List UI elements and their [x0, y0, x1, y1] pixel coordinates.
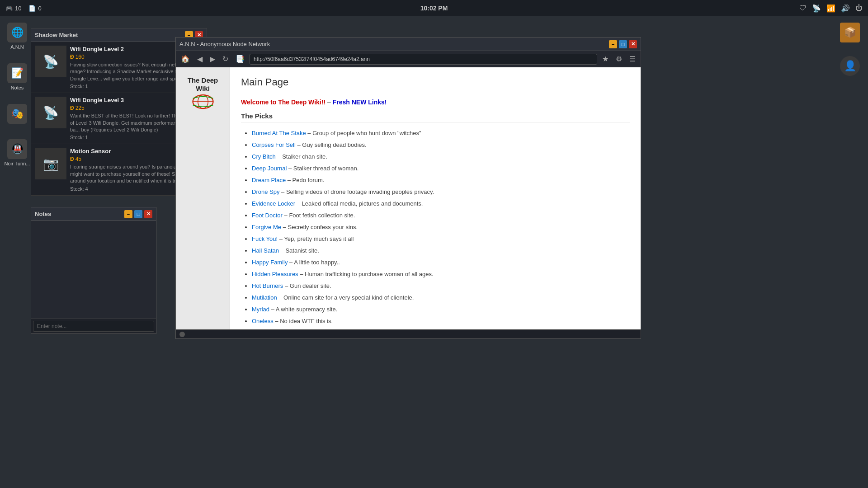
taskbar-item-game[interactable]: 🎮 10 [5, 5, 21, 12]
links-list: Burned At The Stake – Group of people wh… [241, 127, 630, 329]
link-14[interactable]: Mutilation [252, 294, 277, 301]
desktop-icon-ann[interactable]: 🌐 A.N.N [4, 23, 31, 50]
status-indicator [179, 332, 185, 337]
shield-icon[interactable]: 🛡 [799, 4, 807, 12]
back-button[interactable]: ◀ [195, 54, 205, 64]
home-button[interactable]: 🏠 [179, 54, 192, 64]
deep-wiki-logo: The Deep Wiki [180, 76, 225, 113]
notes-body [31, 221, 156, 319]
link-9[interactable]: Fuck You! [252, 235, 278, 242]
section-title: The Picks [241, 112, 630, 123]
taskbar-item-doc[interactable]: 📄 0 [28, 5, 41, 12]
link-desc-1: – Guy selling dead bodies. [297, 141, 366, 148]
desktop-icon-box[interactable]: 📦 [836, 23, 863, 42]
taskbar-right: 🛡 📡 📶 🔊 ⏻ [799, 4, 863, 13]
notes-close-button[interactable]: ✕ [144, 210, 152, 218]
globe-svg [189, 93, 217, 111]
link-desc-11: – A little too happy.. [289, 259, 340, 266]
link-item-0: Burned At The Stake – Group of people wh… [252, 127, 630, 139]
item-image-2: 📷 [35, 148, 66, 179]
link-item-11: Happy Family – A little too happy.. [252, 257, 630, 268]
power-icon[interactable]: ⏻ [855, 4, 863, 12]
menu-button[interactable]: ☰ [627, 54, 638, 64]
link-item-17: Order Of Nine – Santanism worship site. [252, 327, 630, 329]
volume-icon[interactable]: 🔊 [841, 4, 850, 13]
link-item-10: Hail Satan – Satanist site. [252, 245, 630, 257]
link-item-7: Foot Doctor – Foot fetish collection sit… [252, 210, 630, 221]
link-desc-6: – Leaked offical media, pictures and doc… [297, 200, 423, 207]
wifi-icon[interactable]: 📶 [826, 4, 835, 13]
link-3[interactable]: Deep Journal [252, 165, 287, 172]
desktop-icon-avatar[interactable]: 👤 [836, 56, 863, 76]
desktop-icon-mask[interactable]: 🎭 [4, 104, 31, 126]
link-item-12: Hidden Pleasures – Human trafficking to … [252, 268, 630, 280]
notes-minimize-button[interactable]: − [124, 210, 132, 218]
link-13[interactable]: Hot Burners [252, 282, 283, 289]
star-button[interactable]: ★ [600, 54, 611, 64]
link-item-15: Myriad – A white supremacy site. [252, 304, 630, 315]
link-item-4: Dream Place – Pedo forum. [252, 174, 630, 186]
link-item-14: Mutilation – Online cam site for a very … [252, 292, 630, 304]
forward-button[interactable]: ▶ [208, 54, 217, 64]
link-1[interactable]: Corpses For Sell [252, 141, 296, 148]
link-desc-3: – Stalker thread of woman. [288, 165, 359, 172]
url-bar[interactable] [250, 54, 597, 65]
browser-sidebar: The Deep Wiki [176, 67, 230, 329]
link-4[interactable]: Dream Place [252, 177, 286, 183]
link-15[interactable]: Myriad [252, 306, 269, 313]
mask-icon: 🎭 [7, 104, 27, 124]
page-title: Main Page [241, 76, 630, 92]
welcome-sub: Fresh NEW Links! [333, 99, 387, 106]
link-desc-7: – Foot fetish collection site. [284, 212, 355, 219]
browser-close-button[interactable]: ✕ [629, 40, 637, 48]
taskbar-time: 10:02 PM [420, 5, 448, 12]
browser-main[interactable]: Main Page Welcome to The Deep Wiki!! – F… [230, 67, 641, 329]
browser-status-bar [176, 329, 641, 338]
notes-label: Notes [11, 85, 24, 90]
signal-icon[interactable]: 📡 [812, 4, 821, 13]
notes-content[interactable] [34, 224, 153, 314]
browser-maximize-button[interactable]: □ [619, 40, 627, 48]
browser-window-controls: − □ ✕ [609, 40, 637, 48]
desktop-icon-notes[interactable]: 📝 Notes [4, 63, 31, 90]
taskbar-doc-count: 0 [38, 5, 41, 12]
notes-window: Notes − □ ✕ [31, 207, 156, 334]
tunnel-icon: 🚇 [7, 139, 27, 159]
item-image-0: 📡 [35, 46, 66, 77]
notes-titlebar[interactable]: Notes − □ ✕ [31, 207, 156, 221]
link-item-16: Oneless – No idea WTF this is. [252, 315, 630, 327]
link-8[interactable]: Forgive Me [252, 224, 281, 230]
ann-label: A.N.N [10, 44, 24, 50]
link-item-13: Hot Burners – Gun dealer site. [252, 280, 630, 292]
link-desc-9: – Yep, pretty much says it all [279, 235, 354, 242]
link-7[interactable]: Foot Doctor [252, 212, 283, 219]
browser-toolbar: 🏠 ◀ ▶ ↻ 📑 ★ ⚙ ☰ [176, 51, 641, 67]
link-desc-0: – Group of people who hunt down "witches… [307, 130, 421, 136]
refresh-button[interactable]: ↻ [220, 54, 231, 64]
settings-button[interactable]: ⚙ [613, 54, 624, 64]
link-desc-12: – Human trafficking to purchase woman of… [300, 271, 433, 277]
box-icon: 📦 [840, 23, 860, 42]
bookmarks-button[interactable]: 📑 [233, 54, 247, 64]
notes-maximize-button[interactable]: □ [134, 210, 142, 218]
link-desc-2: – Stalker chan site. [277, 153, 327, 160]
notes-title: Notes [35, 211, 51, 217]
link-11[interactable]: Happy Family [252, 259, 288, 266]
bitcoin-symbol-2: Ð [70, 156, 74, 162]
link-5[interactable]: Drone Spy [252, 188, 279, 195]
desktop-icon-tunnel[interactable]: 🚇 Noir Tunn... [4, 139, 31, 166]
link-2[interactable]: Cry Bitch [252, 153, 276, 160]
browser-minimize-button[interactable]: − [609, 40, 617, 48]
tunnel-label: Noir Tunn... [5, 161, 30, 166]
link-item-9: Fuck You! – Yep, pretty much says it all [252, 233, 630, 245]
notes-input[interactable] [33, 321, 154, 332]
desktop-icons-left: 🌐 A.N.N 📝 Notes 🎭 🚇 Noir Tunn... [4, 23, 31, 166]
link-12[interactable]: Hidden Pleasures [252, 271, 298, 277]
item-image-1: 📡 [35, 97, 66, 128]
link-0[interactable]: Burned At The Stake [252, 130, 306, 136]
bitcoin-symbol-0: Ð [70, 54, 74, 60]
link-16[interactable]: Oneless [252, 318, 274, 324]
browser-titlebar[interactable]: A.N.N - Anonymous Node Network − □ ✕ [176, 38, 641, 51]
link-10[interactable]: Hail Satan [252, 247, 279, 254]
link-6[interactable]: Evidence Locker [252, 200, 295, 207]
